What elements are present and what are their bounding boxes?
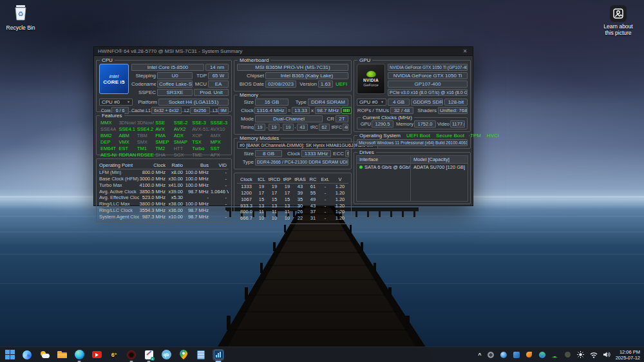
memory-modules-group-label: Memory Modules <box>238 135 281 141</box>
tray-icon-2[interactable] <box>500 351 507 359</box>
recycle-bin-icon[interactable]: ♻ Recycle Bin <box>0 4 41 31</box>
drive-interface[interactable]: SATA 6 Gb/s @ 6Gb/s <box>357 164 411 171</box>
cpu-name: Intel Core i5-8500 <box>131 64 204 71</box>
memory-dimm-button[interactable] <box>341 107 352 114</box>
table-row[interactable]: 666.71010102231-1.20 <box>237 215 348 222</box>
table-cell: - <box>211 201 229 207</box>
tray-icon-7[interactable] <box>564 351 572 359</box>
clock-date: 2025-07-12 <box>616 355 640 361</box>
feature-Turbo: Turbo <box>192 146 209 151</box>
window-titlebar[interactable]: HWiNFO® 64 v8.28-5770 @ MSI MS-7C31 - Sy… <box>94 47 473 56</box>
feature-AVX10: AVX10 <box>211 126 227 132</box>
brightness-icon[interactable] <box>577 351 585 359</box>
feature-SSE4.1: SSE4.1 <box>118 126 135 132</box>
table-cell: 1200 <box>237 190 256 196</box>
gpu-selector-dropdown[interactable]: GPU #0 ▼ <box>357 99 386 106</box>
weather-icon[interactable] <box>39 349 50 361</box>
tray-icon-1[interactable] <box>487 351 495 359</box>
table-row[interactable]: 933.31313133043-1.20 <box>237 202 348 209</box>
table-cell: 11 <box>281 209 293 215</box>
chevron-down-icon: ▼ <box>127 99 130 105</box>
gpu-group-label: GPU <box>357 57 372 63</box>
table-cell: 933.3 <box>237 203 256 209</box>
table-row[interactable]: 13331919194361-1.20 <box>237 184 348 190</box>
tray-icon-3[interactable] <box>513 351 520 359</box>
tray-icon-5[interactable] <box>538 351 546 359</box>
status-dot <box>359 166 363 169</box>
table-row[interactable]: Avg. Effective Clock523.0 MHzx5.30-- <box>99 195 229 201</box>
drives-group: Drives Interface Model [Capacity] SATA 6… <box>354 152 471 204</box>
table-cell: 15 <box>267 196 281 203</box>
table-cell: 61 <box>307 184 319 190</box>
table-cell: - <box>211 176 229 182</box>
feature-TME: TME <box>192 152 209 158</box>
table-cell: 800.0 <box>237 209 256 215</box>
snipping-pen-icon[interactable]: + <box>143 349 155 361</box>
recycle-bin-label: Recycle Bin <box>0 24 41 31</box>
cpu-codename: Coffee Lake-S <box>157 81 193 88</box>
qbittorrent-icon[interactable]: qb <box>160 349 172 361</box>
table-row[interactable]: 800.01111112637-1.20 <box>237 209 348 215</box>
secure-boot-flag: Secure Boot <box>436 133 464 138</box>
table-row[interactable]: 10671515153549-1.20 <box>237 196 348 203</box>
table-row[interactable]: Turbo Max4100.0 MHzx41.00100.0 MHz- <box>99 182 229 189</box>
wifi-icon[interactable] <box>590 351 598 359</box>
copilot-icon[interactable] <box>21 349 33 361</box>
drive-model[interactable]: ADATA SU700 [120 GB] <box>411 164 468 171</box>
table-cell: 10 <box>256 215 267 222</box>
cpu-platform: Socket H4 (LGA1151) <box>158 99 229 106</box>
file-explorer-icon[interactable] <box>56 349 68 361</box>
table-row[interactable]: 12001717173955-1.20 <box>237 190 348 196</box>
table-cell: 666.7 <box>237 215 256 222</box>
close-button[interactable]: ✕ <box>461 48 469 54</box>
table-row[interactable]: System Agent Clock987.3 MHzx10.0098.7 MH… <box>99 214 229 220</box>
feature-SST: SST <box>211 146 227 151</box>
gpu-full-name: NVIDIA GeForce GTX 1050 Ti (GP107-400) [… <box>388 64 468 71</box>
table-cell: LFM (Min) <box>99 169 139 176</box>
table-cell: 13 <box>256 203 267 209</box>
table-cell: Ring/LLC Clock <box>99 207 139 214</box>
table-cell: 17 <box>281 190 293 196</box>
msi-afterburner-icon[interactable] <box>126 349 137 361</box>
table-cell: 3850.5 MHz <box>139 189 167 195</box>
timing-trfc: 467 <box>343 124 348 131</box>
table-cell: 98.7 MHz <box>185 207 211 214</box>
feature-VMX: VMX <box>118 139 135 145</box>
cpu-selector-dropdown[interactable]: CPU #0 ▼ <box>99 99 133 106</box>
table-row[interactable]: Ring/LLC Clock3554.3 MHzx36.0098.7 MHz- <box>99 207 229 214</box>
table-row[interactable]: Base Clock (HFM)3000.0 MHzx30.00100.0 MH… <box>99 176 229 182</box>
table-cell: 39 <box>293 190 307 196</box>
table-cell: 10 <box>267 215 281 222</box>
notepad-icon[interactable] <box>195 349 207 361</box>
gpu-rops-tmus: 32 / 48 <box>390 107 413 114</box>
feature-EM64T: EM64T <box>100 146 117 151</box>
table-row[interactable]: Ring/LLC Max3800.0 MHzx38.00100.0 MHz- <box>99 201 229 207</box>
edge-icon[interactable] <box>73 349 85 361</box>
module-timings-header: Clock tCL tRCD tRP tRAS RC Ext. V <box>237 176 348 184</box>
current-clocks-group: Current Clocks (MHz) GPU 1290.5 Memory 1… <box>357 117 468 129</box>
learn-about-picture-icon[interactable]: Learn about this picture <box>598 5 639 36</box>
table-row[interactable]: Avg. Active Clock3850.5 MHzx39.0098.7 MH… <box>99 188 229 195</box>
table-row[interactable]: LFM (Min)800.0 MHzx8.00100.0 MHz- <box>99 169 229 176</box>
feature-TBM: TBM <box>137 133 154 138</box>
drives-col-interface[interactable]: Interface <box>357 156 411 164</box>
module-type: DDR4-2666 / PC4-21300 DDR4 SDRAM UDIMM <box>255 158 348 166</box>
table-cell: 3000.0 MHz <box>139 176 167 182</box>
intel-core-i5-badge: intel CORE i5 <box>99 64 129 94</box>
drives-col-model[interactable]: Model [Capacity] <box>411 156 468 164</box>
google-maps-icon[interactable] <box>178 349 189 361</box>
volume-icon[interactable] <box>603 351 611 359</box>
youtube-icon[interactable] <box>91 349 102 361</box>
tray-chevron-up-icon[interactable]: ^ <box>478 352 481 357</box>
table-cell: x30.00 <box>167 176 185 182</box>
memory-group: Memory Size 16 GB Type DDR4 SDRAM Clock … <box>234 95 352 135</box>
hwinfo-icon[interactable] <box>213 349 224 361</box>
start-button[interactable] <box>4 349 15 361</box>
bios-version: 1.63 <box>318 81 333 88</box>
table-cell: 10 <box>281 215 293 222</box>
tray-signal-icon[interactable] <box>551 351 559 359</box>
temp-widget-icon[interactable]: 6° <box>108 349 120 361</box>
taskbar: 6° + qb <box>0 347 644 362</box>
taskbar-clock[interactable]: 12:06 PM 2025-07-12 <box>616 349 640 361</box>
tray-icon-4[interactable] <box>526 351 533 359</box>
